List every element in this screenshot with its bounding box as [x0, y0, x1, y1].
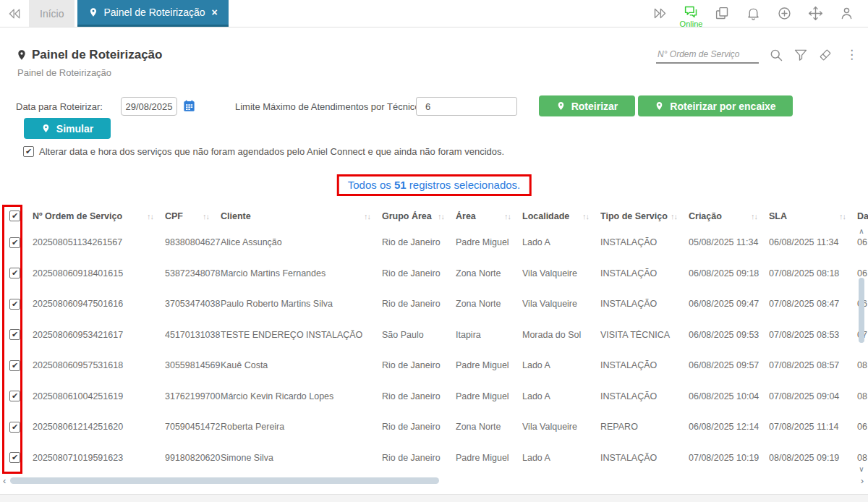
- chat-online-icon[interactable]: Online: [676, 4, 707, 28]
- close-tab-icon[interactable]: ×: [212, 7, 218, 18]
- notifications-bell-icon[interactable]: [738, 4, 769, 21]
- cell-sla: 08/08/2025 09:19: [769, 453, 857, 463]
- cell-criacao: 06/08/2025 09:47: [689, 299, 769, 309]
- cell-localidade: Lado A: [522, 453, 600, 463]
- simular-label: Simular: [56, 123, 93, 135]
- table-row[interactable]: ✔20250807101959162399180820620Simone Sil…: [6, 443, 868, 474]
- alter-date-checkbox[interactable]: ✔: [23, 146, 34, 157]
- column-label: SLA: [769, 211, 787, 221]
- sort-icon[interactable]: ↑↓: [203, 212, 209, 221]
- sort-icon[interactable]: ↑↓: [438, 212, 444, 221]
- roteirizar-label: Roteirizar: [571, 101, 618, 112]
- banner-count: 51: [394, 179, 407, 191]
- table-row[interactable]: ✔20250806095753161830559814569Kauê Costa…: [6, 350, 868, 381]
- date-input[interactable]: [121, 97, 177, 116]
- vertical-scroll-thumb[interactable]: [859, 278, 864, 343]
- filter-icon[interactable]: [793, 48, 808, 62]
- cell-cpf: 37053474038: [165, 299, 221, 309]
- tab-inicio-label: Início: [40, 8, 64, 20]
- sort-icon[interactable]: ↑↓: [671, 212, 677, 221]
- calendar-icon[interactable]: [182, 99, 196, 116]
- column-header-data[interactable]: Data: [857, 211, 868, 221]
- cell-criacao: 06/08/2025 09:57: [689, 360, 769, 370]
- user-profile-icon[interactable]: [831, 4, 862, 21]
- cell-cliente: Alice Assunção: [221, 237, 382, 247]
- table-row[interactable]: ✔20250806095342161745170131038TESTE ENDE…: [6, 320, 868, 351]
- routing-panel-app: Início Painel de Roteirização × Online: [0, 0, 868, 502]
- table-body: ✔20250805113426156798380804627Alice Assu…: [6, 227, 868, 473]
- scroll-right-icon[interactable]: ›: [861, 475, 864, 486]
- move-expand-icon[interactable]: [800, 4, 831, 21]
- sort-icon[interactable]: ↑↓: [751, 212, 757, 221]
- sort-icon[interactable]: ↑↓: [147, 212, 153, 221]
- column-header-sla[interactable]: SLA↑↓: [769, 211, 857, 221]
- column-label: Criação: [689, 211, 722, 221]
- column-label: Área: [456, 211, 476, 221]
- search-input[interactable]: [656, 46, 759, 64]
- simular-button[interactable]: Simular: [24, 118, 111, 139]
- select-all-checkbox[interactable]: ✔: [9, 210, 20, 221]
- cell-criacao: 06/08/2025 09:18: [689, 268, 769, 278]
- scroll-left-icon[interactable]: ‹: [3, 475, 6, 486]
- cell-area: Padre Miguel: [456, 237, 522, 247]
- row-checkbox[interactable]: ✔: [9, 268, 20, 278]
- table-row[interactable]: ✔20250806100425161931762199700Márcio Kev…: [6, 381, 868, 412]
- row-checkbox[interactable]: ✔: [9, 329, 20, 340]
- cell-grupo-area: Rio de Janeiro: [382, 391, 456, 401]
- horizontal-scroll-thumb[interactable]: [10, 477, 439, 484]
- horizontal-scrollbar[interactable]: ‹ ›: [0, 475, 868, 486]
- row-checkbox[interactable]: ✔: [9, 299, 20, 310]
- column-header-localidade[interactable]: Localidade↑↓: [522, 211, 600, 221]
- roteirizar-button[interactable]: Roteirizar: [539, 95, 635, 116]
- column-header-cpf[interactable]: CPF↑↓: [165, 211, 221, 221]
- column-header-criacao[interactable]: Criação↑↓: [689, 211, 769, 221]
- tab-painel-roteirizacao[interactable]: Painel de Roteirização ×: [77, 0, 228, 27]
- column-label: Localidade: [522, 211, 569, 221]
- page-title: Painel de Roteirização: [16, 48, 162, 62]
- row-checkbox-cell: ✔: [6, 268, 33, 278]
- row-checkbox[interactable]: ✔: [9, 237, 20, 248]
- row-checkbox-cell: ✔: [6, 360, 33, 371]
- column-header-cliente[interactable]: Cliente↑↓: [221, 211, 382, 221]
- sort-icon[interactable]: ↑↓: [582, 212, 589, 221]
- pin-icon: [88, 7, 98, 17]
- cell-localidade: Lado A: [522, 237, 600, 247]
- cell-tipo-servico: INSTALAÇÃO: [600, 299, 689, 309]
- cell-grupo-area: Rio de Janeiro: [382, 299, 456, 309]
- roteirizar-por-encaixe-button[interactable]: Roteirizar por encaixe: [638, 95, 793, 116]
- sort-icon[interactable]: ↑↓: [504, 212, 511, 221]
- limit-input[interactable]: [416, 97, 517, 116]
- row-checkbox[interactable]: ✔: [9, 360, 20, 371]
- scroll-up-icon[interactable]: ∧: [856, 227, 867, 235]
- cell-cpf: 99180820620: [165, 453, 221, 463]
- cell-ordem-servico: 202508060953421617: [33, 330, 165, 340]
- table-row[interactable]: ✔20250805113426156798380804627Alice Assu…: [6, 227, 868, 258]
- sort-icon[interactable]: ↑↓: [364, 212, 370, 221]
- row-checkbox[interactable]: ✔: [9, 422, 20, 433]
- column-header-tipo-servico[interactable]: Tipo de Serviço↑↓: [600, 211, 689, 221]
- copy-windows-icon[interactable]: [707, 4, 738, 21]
- table-row[interactable]: ✔20250806094750161637053474038Paulo Robe…: [6, 289, 868, 320]
- column-header-ordem-servico[interactable]: Nº Ordem de Serviço↑↓: [33, 211, 165, 221]
- pin-icon: [655, 101, 664, 111]
- collapse-tabs-icon[interactable]: [0, 0, 29, 27]
- scroll-down-icon[interactable]: ∨: [856, 465, 867, 473]
- search-icon[interactable]: [769, 48, 783, 62]
- sort-icon[interactable]: ↑↓: [839, 212, 846, 221]
- more-options-icon[interactable]: ⋮: [843, 48, 861, 61]
- column-header-area[interactable]: Área↑↓: [456, 211, 522, 221]
- add-circle-icon[interactable]: [769, 4, 800, 21]
- row-checkbox[interactable]: ✔: [9, 391, 20, 401]
- eraser-clear-filter-icon[interactable]: [818, 48, 833, 62]
- table-row[interactable]: ✔20250806121425162070590451472Roberta Pe…: [6, 412, 868, 443]
- date-label: Data para Roteirizar:: [16, 101, 103, 112]
- alter-date-label: Alterar data e hora dos serviços que não…: [39, 146, 504, 157]
- vertical-scrollbar[interactable]: ∧ ∨: [856, 227, 867, 473]
- selection-banner-text[interactable]: Todos os 51 registros selecionados.: [348, 179, 521, 191]
- online-status-label: Online: [680, 20, 703, 28]
- tab-inicio[interactable]: Início: [29, 0, 75, 27]
- table-row[interactable]: ✔20250806091840161553872348078Marcio Mar…: [6, 258, 868, 289]
- row-checkbox[interactable]: ✔: [9, 452, 20, 463]
- column-header-grupo-area[interactable]: Grupo Área↑↓: [382, 211, 456, 221]
- fast-forward-icon[interactable]: [644, 4, 676, 21]
